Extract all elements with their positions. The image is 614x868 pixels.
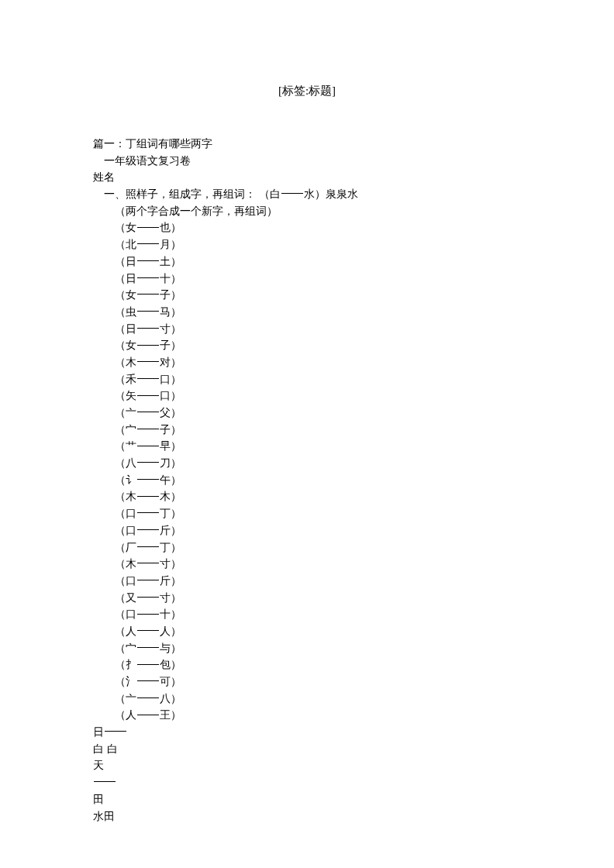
pair-row: （口丁） <box>93 505 521 522</box>
pair-left: 宀 <box>126 424 136 436</box>
pair-row: （讠午） <box>93 472 521 489</box>
footer-line-4: 田 <box>93 791 521 808</box>
pair-right: 斤 <box>160 575 171 587</box>
pair-row: （矢口） <box>93 388 521 405</box>
pair-right: 木 <box>160 491 171 502</box>
connector-line <box>137 647 159 648</box>
pair-left: 讠 <box>126 474 136 486</box>
pair-right: 子 <box>160 339 171 351</box>
pair-right: 马 <box>160 306 171 318</box>
connector-line <box>281 193 303 194</box>
connector-line <box>137 614 159 615</box>
connector-line <box>137 580 159 580</box>
pair-right: 子 <box>160 289 171 301</box>
pair-left: 口 <box>126 525 136 536</box>
pair-left: 女 <box>126 222 136 233</box>
pair-row: （口十） <box>93 606 521 623</box>
pair-right: 也 <box>160 222 171 233</box>
footer-line-5: 水田 <box>93 808 521 825</box>
pair-left: 女 <box>126 289 136 301</box>
pair-row: （宀子） <box>93 422 521 439</box>
pair-left: 日 <box>126 273 136 284</box>
pair-row: （北月） <box>93 236 521 253</box>
footer-line-2: 天 <box>93 757 521 774</box>
pair-left: 口 <box>126 575 136 587</box>
pair-row: （人王） <box>93 707 521 724</box>
pair-right: 人 <box>160 625 171 637</box>
pair-row: （虫马） <box>93 304 521 321</box>
section-title-post: 水）泉泉水 <box>304 188 358 200</box>
connector-line <box>137 563 159 563</box>
pair-row: （宀与） <box>93 640 521 657</box>
pair-row: （女子） <box>93 337 521 354</box>
pair-right: 子 <box>160 424 171 436</box>
pair-row: （女也） <box>93 219 521 236</box>
pair-right: 月 <box>160 239 171 250</box>
connector-line <box>137 597 159 598</box>
pair-right: 丁 <box>160 542 171 553</box>
pair-right: 王 <box>160 709 171 721</box>
pair-row: （木木） <box>93 488 521 505</box>
section-title: 一、照样子，组成字，再组词： （白水）泉泉水 <box>93 186 521 203</box>
pair-left: 木 <box>126 558 136 570</box>
pair-left: 木 <box>126 491 136 502</box>
pair-left: 扌 <box>126 659 136 670</box>
connector-line <box>137 311 159 312</box>
page-title: [标签:标题] <box>93 84 521 98</box>
connector-line <box>137 361 159 362</box>
pair-left: 艹 <box>126 440 136 452</box>
connector-line <box>137 260 159 261</box>
pair-left: 人 <box>126 709 136 721</box>
pair-left: 人 <box>126 625 136 637</box>
pair-row: （八刀） <box>93 455 521 472</box>
connector-line <box>137 680 159 681</box>
pair-row: （人人） <box>93 623 521 640</box>
pair-row: （女子） <box>93 287 521 304</box>
name-label: 姓名 <box>93 169 521 186</box>
subtitle: 一年级语文复习卷 <box>93 153 521 170</box>
pair-left: 禾 <box>126 374 136 385</box>
pair-left: 女 <box>126 339 136 351</box>
connector-line <box>137 243 159 244</box>
pair-right: 八 <box>160 693 171 704</box>
pair-right: 土 <box>160 256 171 267</box>
pair-left: 宀 <box>126 642 136 654</box>
connector-line <box>137 630 159 631</box>
pair-right: 午 <box>160 474 171 486</box>
pair-row: （又寸） <box>93 590 521 607</box>
pair-left: 氵 <box>126 676 136 687</box>
pair-row: （氵可） <box>93 673 521 691</box>
connector-line <box>137 446 159 446</box>
connector-line <box>137 462 159 463</box>
pair-row: （口斤） <box>93 573 521 590</box>
footer-line-0: 日 <box>93 724 521 741</box>
connector-line <box>137 395 159 396</box>
subnote: （两个字合成一个新字，再组词） <box>93 203 521 220</box>
pair-right: 口 <box>160 374 171 385</box>
pair-left: 日 <box>126 323 136 335</box>
pair-row: （亠八） <box>93 691 521 708</box>
connector-line <box>137 294 159 294</box>
pair-right: 口 <box>160 390 171 401</box>
pair-right: 父 <box>160 407 171 418</box>
pair-right: 寸 <box>160 592 171 604</box>
pair-right: 丁 <box>160 508 171 519</box>
connector-line <box>137 378 159 379</box>
pair-left: 虫 <box>126 306 136 318</box>
pair-right: 十 <box>160 608 171 620</box>
pair-row: （扌包） <box>93 656 521 673</box>
connector-line <box>137 546 159 547</box>
pair-row: （木寸） <box>93 556 521 573</box>
pair-row: （禾口） <box>93 371 521 388</box>
pair-right: 十 <box>160 273 171 284</box>
pair-row: （木对） <box>93 354 521 371</box>
pair-row: （日寸） <box>93 321 521 338</box>
pair-row: （亠父） <box>93 405 521 422</box>
pair-left: 亠 <box>126 693 136 704</box>
content-body: 篇一：丁组词有哪些两字 一年级语文复习卷 姓名 一、照样子，组成字，再组词： （… <box>93 136 521 825</box>
pair-left: 又 <box>126 592 136 604</box>
connector-line <box>105 731 126 732</box>
footer-line-1: 白 白 <box>93 741 521 758</box>
footer-text: 日 <box>93 726 104 738</box>
connector-line <box>137 227 159 228</box>
